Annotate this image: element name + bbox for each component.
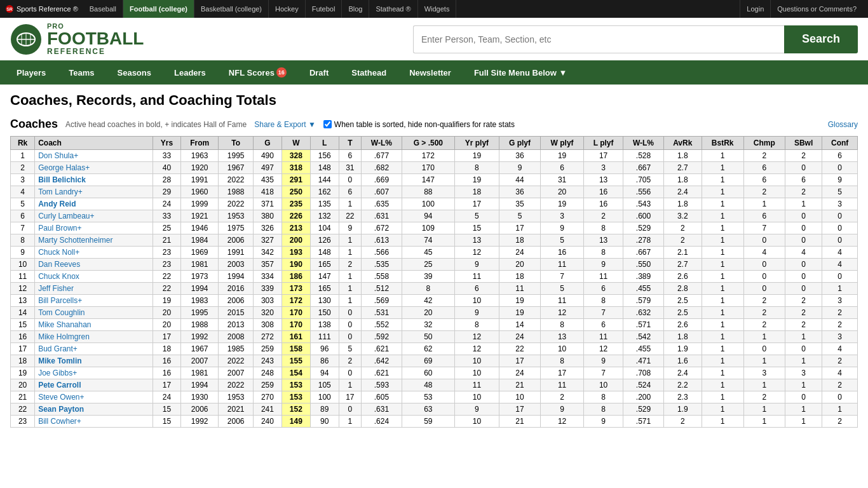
coach-link[interactable]: Marty Schottenheimer (38, 236, 112, 245)
brand-link[interactable]: SR Sports Reference ® (5, 4, 78, 13)
search-button[interactable]: Search (784, 25, 858, 53)
cell-to: 1988 (219, 186, 254, 198)
coach-link[interactable]: Pete Carroll (38, 381, 81, 390)
coach-link[interactable]: Chuck Noll+ (38, 248, 79, 257)
cell-gover: 25 (402, 259, 454, 271)
col-wplyf[interactable]: W plyf (541, 137, 584, 150)
col-w[interactable]: W (281, 137, 310, 150)
main-nav-draft[interactable]: Draft (298, 60, 340, 85)
cell-to: 1975 (219, 222, 254, 234)
cell-w: 149 (281, 416, 310, 428)
top-nav-hockey[interactable]: Hockey (269, 0, 306, 18)
col-l[interactable]: L (310, 137, 339, 150)
coach-link[interactable]: Bill Parcells+ (38, 296, 82, 305)
coach-link[interactable]: Joe Gibbs+ (38, 369, 77, 377)
coach-link[interactable]: Bill Cowher+ (38, 417, 81, 426)
cell-yrs: 25 (153, 222, 181, 234)
col-plyfwlpct[interactable]: W-L% (623, 137, 664, 150)
main-nav-seasons[interactable]: Seasons (106, 60, 163, 85)
coach-link[interactable]: Steve Owen+ (38, 393, 84, 402)
coach-link[interactable]: Mike Holmgren (38, 332, 90, 341)
cell-yrs: 23 (153, 259, 181, 271)
cell-gover: 74 (402, 234, 454, 247)
cell-lplyf: 9 (584, 355, 623, 367)
coach-link[interactable]: George Halas+ (38, 163, 90, 172)
main-nav-players[interactable]: Players (5, 60, 57, 85)
col-rk[interactable]: Rk (11, 137, 35, 150)
cell-conf: 4 (822, 367, 858, 379)
main-nav-teams[interactable]: Teams (57, 60, 105, 85)
cell-sbwl: 0 (785, 271, 822, 283)
coach-link[interactable]: Bud Grant+ (38, 344, 78, 353)
coach-link[interactable]: Tom Landry+ (38, 187, 83, 196)
cell-from: 1920 (181, 162, 219, 174)
col-yrs[interactable]: Yrs (153, 137, 181, 150)
glossary-link[interactable]: Glossary (828, 120, 858, 129)
coach-link[interactable]: Mike Tomlin (38, 356, 81, 365)
cell-t: 2 (339, 259, 361, 271)
main-nav-leaders[interactable]: Leaders (163, 60, 217, 85)
table-row: 9 Chuck Noll+ 23 1969 1991 342 193 148 1… (11, 247, 858, 259)
cell-gover: 42 (402, 295, 454, 307)
top-nav-questions[interactable]: Questions or Comments? (770, 0, 863, 18)
cell-chmp: 2 (743, 150, 785, 162)
coach-link[interactable]: Chuck Knox (38, 272, 79, 281)
main-nav-stathead[interactable]: Stathead (340, 60, 398, 85)
col-sbwl[interactable]: SBwl (785, 137, 822, 150)
logo-area[interactable]: PRO FOOTBALL REFERENCE (10, 23, 144, 55)
hide-nonqualifiers-checkbox[interactable] (323, 120, 332, 128)
col-gplyf[interactable]: G plyf (499, 137, 540, 150)
coach-link[interactable]: Mike Shanahan (38, 320, 91, 329)
coach-link[interactable]: Andy Reid (38, 200, 76, 208)
cell-g: 490 (253, 150, 281, 162)
col-wlpct[interactable]: W-L% (361, 137, 402, 150)
cell-t: 1 (339, 379, 361, 391)
top-nav-baseball[interactable]: Baseball (83, 0, 123, 18)
coach-link[interactable]: Dan Reeves (38, 260, 80, 269)
top-nav-widgets[interactable]: Widgets (418, 0, 457, 18)
col-t[interactable]: T (339, 137, 361, 150)
coach-link[interactable]: Don Shula+ (38, 151, 78, 160)
coach-link[interactable]: Tom Coughlin (38, 308, 85, 317)
top-nav-futebol[interactable]: Futebol (306, 0, 342, 18)
cell-bstrk: 1 (702, 391, 743, 403)
col-lplyf[interactable]: L plyf (584, 137, 623, 150)
cell-yrs: 20 (153, 319, 181, 331)
cell-gover: 63 (402, 403, 454, 416)
coach-link[interactable]: Sean Payton (38, 405, 84, 414)
cell-rk: 5 (11, 198, 35, 210)
coach-link[interactable]: Paul Brown+ (38, 224, 81, 233)
main-nav-newsletter[interactable]: Newsletter (398, 60, 463, 85)
coach-link[interactable]: Bill Belichick (38, 175, 86, 184)
col-gover[interactable]: G > .500 (402, 137, 454, 150)
top-nav-blog[interactable]: Blog (342, 0, 369, 18)
search-input[interactable] (413, 25, 784, 53)
col-bstrk[interactable]: BstRk (702, 137, 743, 150)
cell-yrs: 24 (153, 198, 181, 210)
cell-rk: 7 (11, 222, 35, 234)
coach-link[interactable]: Curly Lambeau+ (38, 212, 94, 220)
top-nav-football-college[interactable]: Football (college) (123, 0, 194, 18)
main-nav-site-menu[interactable]: Full Site Menu Below ▼ (463, 60, 579, 85)
col-from[interactable]: From (181, 137, 219, 150)
top-nav-basketball-college[interactable]: Basketball (college) (194, 0, 269, 18)
cell-to: 2006 (219, 234, 254, 247)
col-chmp[interactable]: Chmp (743, 137, 785, 150)
col-avrk[interactable]: AvRk (663, 137, 702, 150)
cell-coach: Jeff Fisher (35, 283, 153, 295)
cell-wlpct: .607 (361, 186, 402, 198)
cell-chmp: 1 (743, 331, 785, 343)
main-nav-nfl-scores[interactable]: NFL Scores16 (217, 60, 298, 85)
col-yrplyf[interactable]: Yr plyf (454, 137, 499, 150)
col-g[interactable]: G (253, 137, 281, 150)
share-export-button[interactable]: Share & Export ▼ (254, 120, 316, 129)
top-nav-login[interactable]: Login (740, 0, 770, 18)
col-to[interactable]: To (219, 137, 254, 150)
col-coach[interactable]: Coach (35, 137, 153, 150)
col-conf[interactable]: Conf (822, 137, 858, 150)
cell-t: 31 (339, 162, 361, 174)
cell-coach: Bill Parcells+ (35, 295, 153, 307)
cell-g: 259 (253, 379, 281, 391)
coach-link[interactable]: Jeff Fisher (38, 284, 74, 293)
top-nav-stathead[interactable]: Stathead ® (369, 0, 417, 18)
